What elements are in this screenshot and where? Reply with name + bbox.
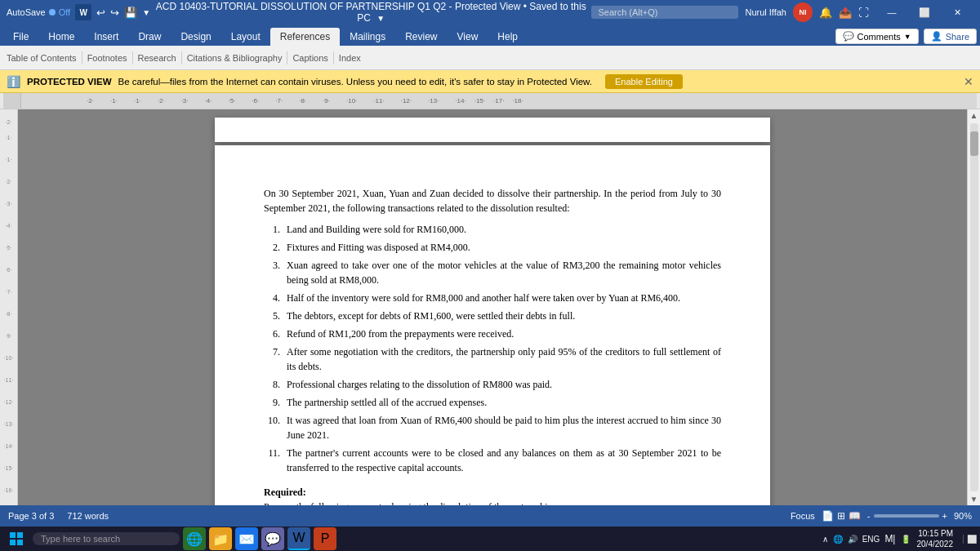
tray-speaker-icon[interactable]: 🔊 xyxy=(848,535,858,544)
powerpoint-taskbar-app[interactable]: P xyxy=(314,527,336,550)
ruler-area: ·2· ·1· ·1· ·2· ·3· ·4· ·5· ·6· ·7· ·8· … xyxy=(0,93,980,109)
focus-label[interactable]: Focus xyxy=(791,511,815,521)
files-app[interactable]: 📁 xyxy=(209,527,232,550)
protected-label: PROTECTED VIEW xyxy=(27,77,112,87)
taskbar-left: 🌐 📁 ✉️ 💬 W P xyxy=(3,527,336,550)
required-text: Prepare the following accounts showing t… xyxy=(264,500,721,505)
list-item: 10. It was agreed that loan from Xuan of… xyxy=(264,413,721,442)
share-icon[interactable]: 📤 xyxy=(839,7,852,19)
list-item: 5. The debtors, except for debts of RM1,… xyxy=(264,309,721,323)
tab-layout[interactable]: Layout xyxy=(221,28,270,46)
tray-chevron[interactable]: ∧ xyxy=(822,535,828,544)
tab-file[interactable]: File xyxy=(3,28,38,46)
previous-page-footer xyxy=(215,118,770,142)
list-item: 11. The partner's current accounts were … xyxy=(264,446,721,475)
document-content: On 30 September 2021, Xuan, Yuan and Zua… xyxy=(264,186,721,505)
tab-draw[interactable]: Draw xyxy=(128,28,171,46)
maximize-button[interactable]: ⬜ xyxy=(908,0,941,24)
tray-battery-icon[interactable]: 🔋 xyxy=(901,535,911,544)
close-button[interactable]: ✕ xyxy=(941,0,973,24)
footnote-btn[interactable]: Footnotes xyxy=(87,53,127,63)
minimize-button[interactable]: — xyxy=(875,0,908,24)
word-count: 712 words xyxy=(67,511,109,521)
clock-time: 10:15 PM xyxy=(917,528,954,539)
svg-rect-1 xyxy=(17,532,23,538)
zoom-out-icon[interactable]: - xyxy=(867,511,871,521)
document-scroll[interactable]: On 30 September 2021, Xuan, Yuan and Zua… xyxy=(18,109,967,505)
toolbar-divider4 xyxy=(287,51,287,64)
scroll-down-button[interactable]: ▼ xyxy=(969,493,980,505)
tab-home[interactable]: Home xyxy=(38,28,84,46)
taskbar-search-input[interactable] xyxy=(33,532,180,545)
view-web-icon[interactable]: ⊞ xyxy=(837,510,845,522)
title-text: ACD 10403-TUTORIAL DISSOLUTION OF PARTNE… xyxy=(156,1,586,24)
zoom-level: 90% xyxy=(954,511,972,521)
scroll-thumb[interactable] xyxy=(970,131,978,156)
comments-button[interactable]: 💬 Comments ▼ xyxy=(835,29,919,44)
tab-references[interactable]: References xyxy=(270,28,340,46)
undo-icon[interactable]: ↩ xyxy=(96,7,105,19)
start-button[interactable] xyxy=(3,529,29,549)
page-info: Page 3 of 3 xyxy=(8,511,54,521)
scroll-up-button[interactable]: ▲ xyxy=(969,109,980,122)
tab-view[interactable]: View xyxy=(448,28,488,46)
share-button[interactable]: 👤 Share xyxy=(924,29,977,44)
status-bar: Page 3 of 3 712 words Focus 📄 ⊞ 📖 - + 90… xyxy=(0,505,980,527)
tab-insert[interactable]: Insert xyxy=(84,28,128,46)
windows-icon xyxy=(10,532,23,545)
enable-editing-button[interactable]: Enable Editing xyxy=(605,74,683,89)
tray-network-icon[interactable]: 🌐 xyxy=(833,535,843,544)
protected-icon: ℹ️ xyxy=(7,75,20,88)
ruler-corner xyxy=(3,93,21,109)
citation-btn[interactable]: Citations & Bibliography xyxy=(187,53,283,63)
tab-review[interactable]: Review xyxy=(395,28,447,46)
mail-app[interactable]: ✉️ xyxy=(235,527,258,550)
ribbon-toggle-icon[interactable]: 🔔 xyxy=(819,7,832,19)
ribbon-right-actions: 💬 Comments ▼ 👤 Share xyxy=(835,29,977,46)
scroll-track[interactable] xyxy=(970,123,978,491)
list-item: 1. Land and Building were sold for RM160… xyxy=(264,222,721,237)
index-btn[interactable]: Index xyxy=(339,53,361,63)
status-right: Focus 📄 ⊞ 📖 - + 90% xyxy=(791,510,972,522)
search-input[interactable] xyxy=(591,6,738,19)
tab-mailings[interactable]: Mailings xyxy=(340,28,395,46)
svg-rect-0 xyxy=(10,532,16,538)
tab-help[interactable]: Help xyxy=(488,28,528,46)
close-protected-bar-button[interactable]: ✕ xyxy=(964,75,973,88)
list-item: 2. Fixtures and Fitting was disposed at … xyxy=(264,240,721,255)
autosave-control[interactable]: AutoSave Off xyxy=(7,7,70,17)
list-item: 3. Xuan agreed to take over one of the m… xyxy=(264,258,721,287)
system-clock[interactable]: 10:15 PM 20/4/2022 xyxy=(917,528,954,549)
required-header: Required: xyxy=(264,485,721,500)
tray-lang[interactable]: ENG xyxy=(862,535,880,544)
research-btn[interactable]: Research xyxy=(138,53,176,63)
title-dropdown[interactable]: ▼ xyxy=(376,14,385,23)
zoom-control[interactable]: - + 90% xyxy=(867,511,972,521)
zoom-in-icon[interactable]: + xyxy=(942,511,947,521)
vertical-scrollbar[interactable]: ▲ ▼ xyxy=(967,109,980,505)
show-desktop-button[interactable]: ⬜ xyxy=(963,535,977,544)
view-reader-icon[interactable]: 📖 xyxy=(849,510,861,522)
toolbar-divider xyxy=(82,51,82,64)
word-taskbar-app[interactable]: W xyxy=(287,527,310,550)
comments-label: Comments xyxy=(858,32,901,42)
redo-icon[interactable]: ↪ xyxy=(110,7,119,19)
fullscreen-icon[interactable]: ⛶ xyxy=(858,7,869,19)
captions-btn[interactable]: Captions xyxy=(292,53,327,63)
chrome-app[interactable]: 🌐 xyxy=(183,527,206,550)
zoom-slider[interactable] xyxy=(874,514,939,518)
svg-rect-3 xyxy=(17,540,23,545)
quick-access-dropdown[interactable]: ▼ xyxy=(142,8,150,17)
quick-save-icon[interactable]: 💾 xyxy=(124,7,137,19)
comments-icon: 💬 xyxy=(843,31,854,42)
window-controls: — ⬜ ✕ xyxy=(875,0,973,24)
required-section: Required: Prepare the following accounts… xyxy=(264,485,721,505)
toolbar-divider5 xyxy=(333,51,334,64)
autosave-status: Off xyxy=(59,7,70,17)
teams-app[interactable]: 💬 xyxy=(261,527,284,550)
input-indicator[interactable]: M| xyxy=(884,533,895,544)
tab-design[interactable]: Design xyxy=(171,28,220,46)
comments-dropdown[interactable]: ▼ xyxy=(904,33,911,41)
taskbar-right: ∧ 🌐 🔊 ENG M| 🔋 10:15 PM 20/4/2022 ⬜ xyxy=(822,528,977,549)
view-print-icon[interactable]: 📄 xyxy=(822,510,834,522)
